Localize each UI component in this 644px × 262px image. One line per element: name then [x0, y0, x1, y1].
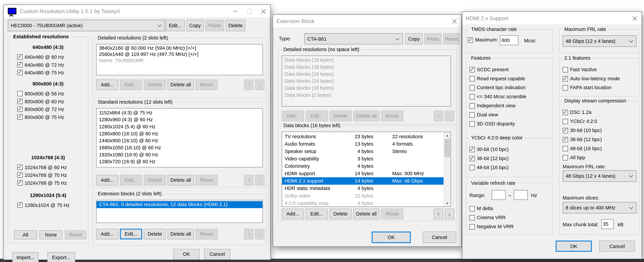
range-max-input[interactable] [514, 190, 528, 200]
ycbcr-checkbox-row[interactable]: 30-bit (10 bpc) [466, 145, 552, 154]
data-block-row[interactable]: Video capability 3 bytes [282, 155, 444, 162]
extension-blocks-list[interactable]: CTA-861: 0 detailed resolutions, 12 data… [96, 200, 263, 223]
list-item[interactable]: Data blocks (18 bytes) [282, 71, 450, 78]
data-blocks-list[interactable]: TV resolutions 23 bytes 22 resolutions A… [282, 132, 451, 207]
list-item[interactable]: Name: 75U800GMR [96, 58, 262, 64]
delete-all-detailed-button[interactable]: Delete all [168, 79, 194, 90]
dsc-checkbox-row[interactable]: DSC 1.2a [560, 108, 639, 117]
list-item[interactable]: Data blocks (2 bytes) [282, 92, 450, 99]
list-item[interactable]: 1920x1080 (16:9) @ 60 Hz [96, 151, 262, 158]
dsc-checkbox-row[interactable]: 30-bit (10 bpc) [560, 126, 639, 135]
vrr-checkbox-row[interactable]: M delta [466, 204, 552, 213]
list-item[interactable]: CTA-861: 0 detailed resolutions, 12 data… [96, 201, 262, 208]
data-block-row[interactable]: TV resolutions 23 bytes 22 resolutions [282, 133, 444, 140]
list-item[interactable]: 1680x1050 (16:10) @ 60 Hz [96, 145, 262, 152]
list-item[interactable]: Data blocks (18 bytes) [282, 57, 450, 64]
delete-all-data-blocks-button[interactable]: Delete all [353, 209, 380, 219]
resolution-checkbox-row[interactable]: 640x480 @ 72 Hz [8, 61, 88, 69]
standard-resolutions-list[interactable]: 1152x864 (4:3) @ 75 Hz1280x960 (4:3) @ 6… [96, 108, 263, 168]
tmds-maximum-row[interactable]: Maximum: [468, 37, 498, 43]
close-button[interactable] [256, 5, 270, 17]
list-item[interactable]: 1280x960 (4:3) @ 60 Hz [96, 116, 262, 123]
feature-checkbox-row[interactable]: Content bpc indication [466, 83, 552, 92]
list-item[interactable]: 1440x900 (16:10) @ 60 Hz [96, 137, 262, 145]
max-chunk-input[interactable] [601, 219, 614, 229]
scroll-down-button[interactable]: ▼ [444, 200, 450, 206]
range-min-input[interactable] [492, 190, 506, 200]
add-detailed-button[interactable]: Add... [96, 79, 118, 90]
resolution-checkbox-row[interactable]: 800x600 @ 75 Hz [8, 113, 88, 121]
export-button[interactable]: Export... [47, 252, 75, 262]
add-standard-button[interactable]: Add... [96, 175, 118, 186]
resolution-checkbox-row[interactable]: 1024x768 @ 75 Hz [8, 179, 88, 187]
list-item[interactable]: 1152x864 (4:3) @ 75 Hz [96, 109, 262, 116]
dsc-checkbox-row[interactable]: YCbCr 4:2:0 [560, 117, 639, 126]
type-select[interactable]: CTA-861 [304, 33, 403, 44]
close-button[interactable] [628, 12, 642, 24]
resolution-checkbox-row[interactable]: 640x480 @ 60 Hz [8, 53, 88, 61]
list-item[interactable]: 1280x800 (16:10) @ 60 Hz [96, 130, 262, 137]
edit-extension-button[interactable]: Edit... [120, 229, 142, 239]
scroll-up-button[interactable]: ▲ [444, 132, 450, 139]
list-item[interactable]: 1280x1024 (5:4) @ 60 Hz [96, 123, 262, 130]
edit-data-block-button[interactable]: Edit... [306, 209, 328, 219]
resolution-checkbox-row[interactable]: 1024x768 @ 70 Hz [8, 171, 88, 179]
delete-monitor-button[interactable]: Delete [226, 20, 245, 31]
feature-checkbox-row[interactable]: Read request capable [466, 74, 552, 83]
feature-checkbox-row[interactable]: Dual view [466, 110, 552, 119]
vrr-checkbox-row[interactable]: Cinema VRR [466, 213, 552, 222]
data-block-row[interactable]: Colorimetry 4 bytes [282, 162, 444, 170]
edit-monitor-button[interactable]: Edit... [166, 20, 185, 31]
monitor-select[interactable]: HEC0000 - 75U800GMR (active) [8, 20, 165, 31]
add-data-block-button[interactable]: Add... [282, 209, 304, 219]
data-block-row[interactable]: HDR static metadata 4 bytes [282, 185, 444, 192]
list-item[interactable]: 2560x1440 @ 119.997 Hz (497.75 MHz) [+/+… [96, 51, 262, 58]
delete-all-standard-button[interactable]: Delete all [168, 175, 194, 186]
delete-all-extension-button[interactable]: Delete all [168, 229, 194, 239]
vrr-checkbox-row[interactable]: Negative M VRR [466, 222, 552, 231]
list-item[interactable]: Data blocks (18 bytes) [282, 85, 450, 92]
ok-button[interactable]: OK [556, 241, 592, 252]
feature-checkbox-row[interactable]: Fast Vactive [560, 65, 639, 74]
maximum-frl-rate-select[interactable]: 48 Gbps (12 x 4 lanes) [563, 35, 636, 47]
list-item[interactable]: Data blocks (18 bytes) [282, 78, 450, 85]
resolution-checkbox-row[interactable]: 1024x768 @ 60 Hz [8, 163, 88, 171]
resolution-checkbox-row[interactable]: 800x600 @ 60 Hz [8, 97, 88, 105]
ycbcr-checkbox-row[interactable]: 36-bit (12 bpc) [466, 154, 552, 163]
feature-checkbox-row[interactable]: FAPA start location [560, 83, 639, 92]
close-button[interactable] [447, 15, 461, 27]
dsc-checkbox-row[interactable]: 36-bit (12 bpc) [560, 135, 639, 144]
data-block-row[interactable]: Dolby video 12 bytes [282, 192, 444, 200]
resolution-checkbox-row[interactable]: 1280x1024 @ 75 Hz [8, 201, 88, 209]
data-block-row[interactable]: HDMI 2.1 support 14 bytes Max: 48 Gbps [282, 177, 444, 185]
list-item[interactable]: 3840x2160 @ 60.000 Hz (594.00 MHz) [+/+] [96, 45, 262, 51]
feature-checkbox-row[interactable]: 3D OSD disparity [466, 119, 552, 128]
all-button[interactable]: All [14, 230, 37, 239]
feature-checkbox-row[interactable]: Auto low-latency mode [560, 74, 639, 83]
add-extension-button[interactable]: Add... [96, 229, 118, 239]
cancel-button[interactable]: Cancel [599, 241, 635, 252]
minimize-button[interactable] [228, 5, 242, 17]
tmds-maximum-input[interactable] [500, 35, 518, 45]
move-up-button[interactable]: ↑ [434, 209, 443, 219]
data-block-row[interactable]: Audio formats 13 bytes 4 formats [282, 140, 444, 148]
resolution-checkbox-row[interactable]: 640x480 @ 75 Hz [8, 69, 88, 77]
ok-button[interactable]: OK [372, 232, 411, 243]
dsc-checkbox-row[interactable]: All bpp [560, 153, 639, 162]
feature-checkbox-row[interactable]: Independent view [466, 101, 552, 110]
cancel-button[interactable]: Cancel [204, 249, 230, 260]
detailed-resolutions-list[interactable]: 3840x2160 @ 60.000 Hz (594.00 MHz) [+/+]… [96, 44, 263, 75]
feature-checkbox-row[interactable]: <= 340 Mcsc scramble [466, 92, 552, 101]
delete-data-block-button[interactable]: Delete [330, 209, 352, 219]
ok-button[interactable]: OK [173, 249, 200, 260]
feature-checkbox-row[interactable]: SCDC present [466, 65, 552, 74]
import-button[interactable]: Import... [12, 252, 38, 262]
scrollbar-thumb[interactable] [444, 139, 450, 157]
max-slices-select[interactable]: 8 slices up to 400 MHz [563, 202, 636, 213]
data-block-row[interactable]: HDMI support 14 bytes Max: 300 MHz [282, 170, 444, 177]
data-block-row[interactable]: Speaker setup 4 bytes Stereo [282, 148, 444, 155]
ycbcr-checkbox-row[interactable]: 48-bit (16 bpc) [466, 163, 552, 172]
delete-extension-button[interactable]: Delete [144, 229, 166, 239]
data-block-row[interactable]: 4:2:0 capability map 4 bytes [282, 200, 444, 207]
eb-detailed-resolutions-list[interactable]: Data blocks (18 bytes)Data blocks (18 by… [282, 56, 451, 107]
